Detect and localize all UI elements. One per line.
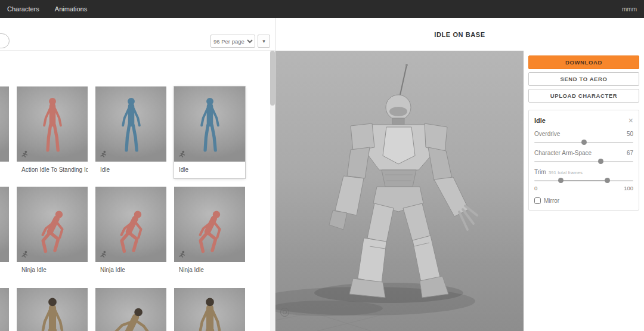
animation-card[interactable] xyxy=(0,288,9,331)
overdrive-value: 50 xyxy=(627,131,633,137)
animation-thumbnail xyxy=(17,187,88,262)
per-page-select[interactable]: 96 Per page xyxy=(210,35,255,48)
animation-type-icon xyxy=(178,150,185,157)
trim-frames-note: 391 total frames xyxy=(549,170,583,175)
mirror-option: Mirror xyxy=(534,197,633,204)
trim-min-label: 0 xyxy=(534,185,537,191)
trim-max-label: 100 xyxy=(624,185,633,191)
animation-card-label: Idle xyxy=(95,162,166,178)
trim-slider-handle-start[interactable] xyxy=(558,178,564,183)
animations-list-panel: 96 Per page ▾ Action Idle To Standing Id… xyxy=(0,18,275,331)
overdrive-slider-handle[interactable] xyxy=(581,140,587,145)
animation-card-label xyxy=(0,262,9,279)
current-animation-title: IDLE ON BASE xyxy=(434,31,485,38)
animation-card[interactable]: Idle xyxy=(95,86,166,178)
trim-slider-block: Trim391 total frames 0 100 xyxy=(534,169,633,191)
account-menu[interactable]: mmm xyxy=(622,6,637,13)
animation-thumbnail xyxy=(17,86,88,162)
overdrive-slider-track[interactable] xyxy=(534,142,633,143)
trim-label: Trim xyxy=(534,169,546,175)
download-button[interactable]: DOWNLOAD xyxy=(528,55,639,69)
animation-card[interactable] xyxy=(95,288,166,331)
animation-thumbnail xyxy=(174,86,245,162)
character-figure xyxy=(30,294,75,331)
character-figure xyxy=(190,94,230,156)
animation-card[interactable]: Action Idle To Standing Idle xyxy=(17,86,88,178)
animation-card[interactable]: Ninja Idle xyxy=(174,187,245,279)
list-toolbar: 96 Per page ▾ xyxy=(0,18,275,51)
animation-card[interactable] xyxy=(0,86,9,178)
camera-reset-icon[interactable] xyxy=(280,308,289,317)
animation-type-icon xyxy=(100,250,107,258)
3d-viewport[interactable] xyxy=(275,51,524,331)
overdrive-label: Overdrive xyxy=(534,131,627,137)
animation-card-label: Action Idle To Standing Idle xyxy=(17,162,88,178)
character-figure xyxy=(25,200,80,257)
preview-header: IDLE ON BASE xyxy=(275,18,644,51)
upload-character-button[interactable]: UPLOAD CHARACTER xyxy=(528,89,639,103)
top-navbar: Characters Animations mmm xyxy=(0,0,644,18)
animation-card[interactable] xyxy=(174,288,245,331)
animation-card-selected[interactable]: Idle xyxy=(174,86,245,178)
animation-card[interactable]: Ninja Idle xyxy=(17,187,88,279)
animation-thumbnail xyxy=(17,288,88,331)
send-to-aero-button[interactable]: SEND TO AERO xyxy=(528,72,639,86)
animation-type-icon xyxy=(100,150,107,157)
arm-space-slider-block: Character Arm-Space 67 xyxy=(534,150,633,162)
character-figure xyxy=(187,294,233,331)
list-scrollbar-track xyxy=(270,51,275,331)
overdrive-slider-block: Overdrive 50 xyxy=(534,131,633,143)
animation-card[interactable] xyxy=(17,288,88,331)
close-icon[interactable]: × xyxy=(628,116,633,125)
animation-thumbnail xyxy=(95,86,166,162)
character-figure xyxy=(100,296,163,331)
animation-card-label: Idle xyxy=(174,162,245,178)
nav-characters[interactable]: Characters xyxy=(7,5,39,13)
animation-thumbnail xyxy=(0,86,9,162)
arm-space-slider-handle[interactable] xyxy=(598,159,603,164)
mirror-checkbox[interactable] xyxy=(534,197,541,204)
animation-thumbnail xyxy=(174,187,245,262)
character-figure xyxy=(112,94,151,156)
arm-space-value: 67 xyxy=(627,150,633,156)
character-figure xyxy=(0,200,1,257)
animation-card-label: Ninja Idle xyxy=(17,262,88,279)
robot-character xyxy=(275,51,524,331)
animation-thumbnail xyxy=(174,288,245,331)
nav-animations[interactable]: Animations xyxy=(55,5,87,13)
arm-space-slider-track[interactable] xyxy=(534,161,633,162)
trim-slider-track[interactable] xyxy=(534,180,633,181)
arm-space-label: Character Arm-Space xyxy=(534,150,627,156)
mixamo-app: Characters Animations mmm 96 Per page ▾ xyxy=(0,0,644,331)
settings-panel-title: Idle xyxy=(534,117,628,124)
animation-card[interactable] xyxy=(0,187,9,279)
search-input[interactable] xyxy=(0,33,10,48)
character-figure xyxy=(104,200,159,257)
animation-card-label: Ninja Idle xyxy=(174,262,245,279)
animation-type-icon xyxy=(178,250,185,258)
animation-card-label xyxy=(0,162,9,178)
animation-type-icon xyxy=(21,150,28,157)
character-figure xyxy=(33,94,72,156)
mirror-label: Mirror xyxy=(544,197,559,204)
animation-card-label: Ninja Idle xyxy=(95,262,166,279)
animation-thumbnail xyxy=(0,187,9,262)
list-scrollbar-thumb[interactable] xyxy=(270,51,275,106)
animation-settings-panel: Idle × Overdrive 50 Character Arm-Space … xyxy=(528,110,639,211)
animation-type-icon xyxy=(21,250,28,258)
download-sidebar: DOWNLOAD SEND TO AERO UPLOAD CHARACTER I… xyxy=(524,51,644,331)
trim-slider-handle-end[interactable] xyxy=(605,178,610,183)
per-page-dropdown-button[interactable]: ▾ xyxy=(258,35,270,48)
animation-thumbnail xyxy=(95,288,166,331)
animation-card[interactable]: Ninja Idle xyxy=(95,187,166,279)
trim-slider-fill xyxy=(561,180,608,181)
animation-thumbnail xyxy=(0,288,9,331)
character-figure xyxy=(182,200,237,257)
animation-thumbnail xyxy=(95,187,166,262)
